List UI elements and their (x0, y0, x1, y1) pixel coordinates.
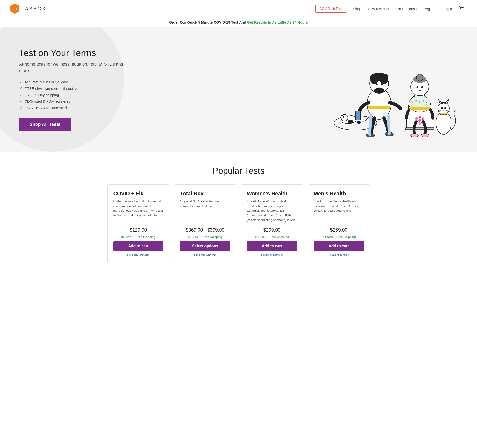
card-learn-more-2[interactable]: LEARN MORE (247, 253, 297, 257)
svg-point-30 (426, 102, 427, 103)
check-icon-5: ✓ (19, 106, 22, 110)
announcement-text: Order Our Quick 5 Minute COVID-19 Test A… (169, 20, 247, 24)
svg-point-43 (418, 119, 421, 122)
nav-for-business-link[interactable]: For Business (396, 7, 417, 11)
svg-point-26 (412, 102, 413, 103)
svg-point-52 (443, 110, 444, 111)
svg-point-0 (460, 10, 461, 11)
shop-all-tests-button[interactable]: Shop All Tests (19, 118, 71, 131)
card-stock-2: In Stock – Free Shipping (247, 235, 297, 239)
card-btn-2[interactable]: Add to cart (247, 241, 297, 251)
card-desc-2: The At Home Women's Health + Fertility T… (247, 199, 297, 222)
check-icon-3: ✓ (19, 93, 22, 97)
svg-point-42 (422, 117, 424, 120)
svg-point-17 (376, 83, 378, 85)
svg-point-50 (441, 107, 443, 109)
card-price-2: $299.00 (247, 227, 297, 233)
card-price-1: $369.00 - $399.00 (180, 227, 230, 233)
svg-point-34 (417, 86, 418, 88)
card-btn-1[interactable]: Select options (180, 241, 230, 251)
cart-svg-icon (459, 6, 464, 11)
announcement-link[interactable]: Get Results In As Little As 24 Hours (247, 20, 308, 24)
hero-content: Test on Your Terms At-home tests for wel… (19, 48, 124, 131)
svg-point-14 (370, 73, 379, 84)
svg-point-44 (411, 134, 418, 137)
svg-point-35 (421, 86, 423, 88)
card-title-0: COVID + Flu (113, 191, 163, 197)
svg-point-8 (357, 121, 361, 124)
card-learn-more-0[interactable]: LEARN MORE (113, 253, 163, 257)
card-title-2: Women's Health (247, 191, 297, 197)
card-learn-more-1[interactable]: LEARN MORE (180, 253, 230, 257)
card-price-3: $259.00 (314, 227, 364, 233)
card-title-1: Total Box (180, 191, 230, 197)
covid-test-button[interactable]: COVID-19 Test (315, 5, 346, 13)
hero-title: Test on Your Terms (19, 48, 124, 58)
svg-point-41 (415, 117, 417, 120)
nav-how-it-works-link[interactable]: How It Works (368, 7, 389, 11)
check-icon-2: ✓ (19, 86, 22, 91)
card-btn-0[interactable]: Add to cart (113, 241, 163, 251)
svg-marker-49 (445, 99, 449, 104)
svg-point-15 (380, 73, 388, 84)
card-stock-3: In Stock – Free Shipping (314, 235, 364, 239)
svg-point-6 (341, 115, 344, 117)
hero-feature-5: ✓FSA / HSA cards accepted (19, 106, 124, 110)
navbar: my LABBOX COVID-19 Test Shop How It Work… (0, 0, 477, 18)
svg-point-29 (423, 100, 424, 102)
cart-icon[interactable]: 0 (459, 6, 467, 11)
product-card-1: Total Box 14 panel STD test – the most c… (174, 185, 236, 263)
svg-point-16 (374, 88, 384, 94)
product-card-2: Women's Health The At Home Women's Healt… (241, 185, 303, 263)
nav-login-link[interactable]: Login (443, 7, 452, 11)
svg-marker-48 (438, 99, 442, 104)
card-desc-1: 14 panel STD test – the most comprehensi… (180, 199, 230, 222)
card-learn-more-3[interactable]: LEARN MORE (314, 253, 364, 257)
card-stock-1: In Stock – Free Shipping (180, 235, 230, 239)
product-card-0: COVID + Flu Under the weather but not su… (107, 185, 169, 263)
svg-point-45 (421, 134, 429, 137)
check-icon-4: ✓ (19, 99, 22, 104)
logo[interactable]: my LABBOX (10, 3, 46, 14)
card-desc-0: Under the weather but not sure if it is … (113, 199, 163, 222)
svg-point-19 (378, 87, 380, 88)
hero-section: Test on Your Terms At-home tests for wel… (0, 27, 477, 152)
popular-tests-section: Popular Tests COVID + Flu Under the weat… (0, 152, 477, 273)
nav-links: COVID-19 Test Shop How It Works For Busi… (315, 5, 467, 13)
check-icon-1: ✓ (19, 80, 22, 84)
product-card-3: Men's Health The At Home Men's Health te… (308, 185, 370, 263)
card-stock-0: In Stock – Free Shipping (113, 235, 163, 239)
svg-rect-20 (355, 111, 361, 120)
product-cards-grid: COVID + Flu Under the weather but not su… (107, 185, 370, 263)
logo-my-text: my (12, 7, 17, 11)
hero-feature-2: ✓FREE physician consult if positive (19, 86, 124, 91)
svg-point-58 (443, 113, 444, 114)
hero-feature-3: ✓FREE 2-Day shipping (19, 93, 124, 97)
logo-name: LABBOX (22, 6, 46, 12)
svg-point-39 (418, 116, 421, 118)
card-price-0: $129.00 (113, 227, 163, 233)
svg-point-33 (416, 74, 423, 81)
svg-point-51 (444, 107, 446, 109)
card-btn-3[interactable]: Add to cart (314, 241, 364, 251)
logo-hex-icon: my (10, 3, 20, 14)
svg-rect-37 (405, 128, 434, 130)
svg-point-28 (419, 101, 420, 103)
announcement-bar: Order Our Quick 5 Minute COVID-19 Test A… (0, 18, 477, 27)
card-desc-3: The At Home Men's Health test measures T… (314, 199, 364, 222)
hero-feature-1: ✓Accurate results in 1-5 days (19, 80, 124, 84)
svg-point-27 (415, 100, 417, 102)
cart-count: 0 (465, 7, 467, 11)
hero-illustration (124, 42, 458, 137)
svg-point-1 (462, 10, 463, 11)
nav-shop-link[interactable]: Shop (353, 7, 361, 11)
svg-point-18 (381, 83, 382, 85)
svg-point-40 (418, 122, 421, 125)
hero-features-list: ✓Accurate results in 1-5 days ✓FREE phys… (19, 80, 124, 110)
hero-feature-4: ✓CDC-listed & FDA-registered (19, 99, 124, 104)
svg-point-7 (348, 120, 353, 124)
svg-point-47 (438, 102, 449, 114)
svg-rect-25 (410, 107, 430, 110)
nav-register-link[interactable]: Register (423, 7, 437, 11)
svg-point-46 (436, 112, 451, 134)
